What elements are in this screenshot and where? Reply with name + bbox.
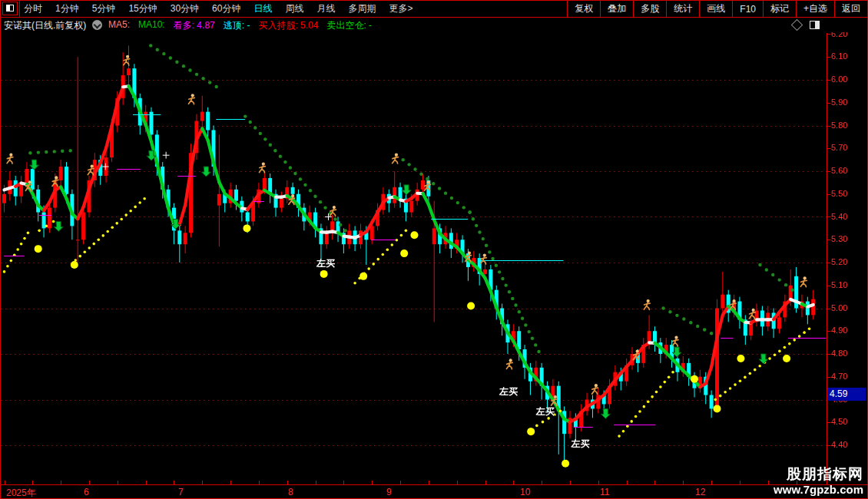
price-axis-label: 5.10	[831, 280, 865, 289]
period-item-0[interactable]: 分时	[24, 2, 42, 15]
price-axis-label: 4.90	[831, 326, 865, 335]
watermark: 股朋指标网 www.7gpzb.com	[774, 466, 863, 496]
period-item-4[interactable]: 30分钟	[171, 2, 199, 15]
tools-menu: 复权叠加多股统计画线F10标记+自选返回	[567, 1, 867, 17]
period-item-2[interactable]: 5分钟	[92, 2, 116, 15]
tool-item-8[interactable]: 返回	[834, 1, 867, 17]
toolbar-divider	[19, 1, 20, 17]
price-axis-label: 5.80	[831, 121, 865, 130]
period-item-8[interactable]: 月线	[316, 2, 335, 15]
indicator-item-0: MA5:	[108, 19, 130, 32]
period-item-7[interactable]: 周线	[285, 2, 303, 15]
price-axis-label: 6.00	[831, 74, 865, 84]
diamond-icon[interactable]	[791, 19, 803, 31]
period-item-9[interactable]: 多周期	[348, 2, 376, 15]
indicator-item-1: MA10:	[138, 19, 165, 32]
price-axis-label: 5.00	[831, 303, 865, 312]
candlestick-chart-canvas[interactable]	[1, 1, 868, 499]
price-axis-label: 5.50	[831, 189, 865, 198]
tool-item-2[interactable]: 多股	[633, 1, 666, 17]
current-price-badge: 4.59	[827, 388, 866, 401]
period-item-6[interactable]: 日线	[253, 2, 272, 15]
chart-header: 安诺其(日线.前复权) MA5:MA10:看多: 4.87逃顶: -买入持股: …	[1, 18, 867, 32]
watermark-site-name: 股朋指标网	[774, 466, 863, 483]
indicator-item-3: 逃顶: -	[224, 19, 250, 32]
price-axis-label: 4.70	[831, 372, 865, 381]
period-item-3[interactable]: 15分钟	[128, 2, 157, 15]
period-item-5[interactable]: 60分钟	[212, 2, 240, 15]
period-menu: 分时1分钟5分钟15分钟30分钟60分钟日线周线月线多周期更多>	[24, 1, 412, 17]
split-window-button[interactable]	[2, 2, 18, 15]
stock-chart-window: 分时1分钟5分钟15分钟30分钟60分钟日线周线月线多周期更多> 复权叠加多股统…	[0, 0, 868, 499]
tool-item-0[interactable]: 复权	[567, 1, 600, 17]
indicator-item-4: 买入持股: 5.04	[258, 19, 318, 32]
date-axis-label: 10	[520, 487, 530, 497]
watermark-url: www.7gpzb.com	[774, 483, 863, 496]
tool-item-5[interactable]: F10	[732, 1, 763, 17]
left-buy-signal-label: 左买	[571, 438, 590, 451]
price-axis-label: 5.70	[831, 143, 865, 152]
tool-item-4[interactable]: 画线	[699, 1, 732, 17]
price-axis-label: 5.40	[831, 212, 865, 221]
indicator-legend: MA5:MA10:看多: 4.87逃顶: -买入持股: 5.04卖出空仓: -	[108, 19, 372, 32]
price-axis-label: 5.90	[831, 97, 865, 107]
date-axis-label: 6	[84, 487, 89, 497]
pane-layout-icon[interactable]	[810, 21, 820, 29]
price-axis-label: 4.50	[831, 417, 865, 426]
tool-item-6[interactable]: 标记	[763, 1, 796, 17]
date-axis-year-label: 2025年	[6, 487, 36, 499]
date-axis-label: 7	[178, 487, 184, 497]
date-axis-label: 11	[600, 487, 609, 497]
price-axis-label: 5.60	[831, 166, 865, 175]
split-window-icon	[6, 5, 14, 12]
left-buy-signal-label: 左买	[316, 257, 335, 270]
period-item-1[interactable]: 1分钟	[55, 2, 79, 15]
symbol-title: 安诺其(日线.前复权)	[4, 19, 86, 32]
price-axis-label: 5.20	[831, 257, 865, 266]
indicator-item-5: 卖出空仓: -	[326, 19, 372, 32]
left-buy-signal-label: 左买	[536, 405, 555, 418]
top-toolbar: 分时1分钟5分钟15分钟30分钟60分钟日线周线月线多周期更多> 复权叠加多股统…	[1, 1, 867, 18]
price-axis-label: 4.80	[831, 349, 865, 358]
tool-item-7[interactable]: +自选	[796, 1, 834, 17]
date-axis-label: 12	[695, 487, 705, 497]
period-item-10[interactable]: 更多>	[389, 2, 412, 15]
tool-item-3[interactable]: 统计	[666, 1, 699, 17]
date-axis-label: 8	[288, 487, 293, 497]
left-buy-signal-label: 左买	[499, 385, 518, 398]
date-axis-label: 9	[386, 487, 392, 497]
price-axis-label: 6.10	[831, 51, 865, 61]
collapse-chevron-icon[interactable]	[92, 20, 102, 30]
date-axis: 2025年6789101112	[1, 484, 867, 499]
price-axis-label: 5.30	[831, 234, 865, 243]
price-axis-label: 4.40	[831, 440, 865, 449]
tool-item-1[interactable]: 叠加	[600, 1, 633, 17]
indicator-item-2: 看多: 4.87	[174, 19, 215, 32]
